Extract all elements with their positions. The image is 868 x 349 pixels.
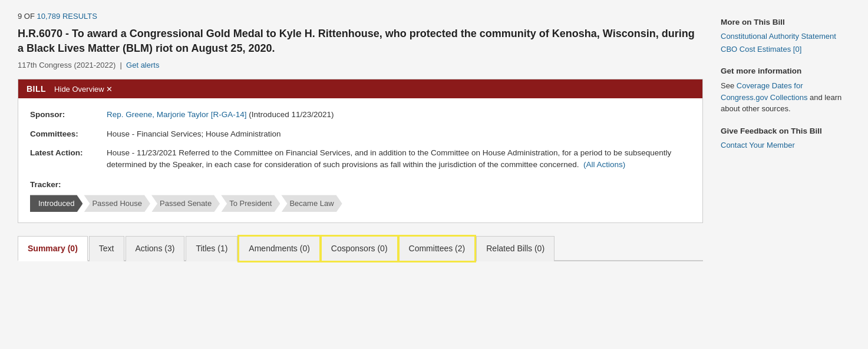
tab-titles[interactable]: Titles (1)	[186, 236, 237, 261]
committees-label: Committees:	[30, 128, 107, 140]
get-more-text: See Coverage Dates for Congress.gov Coll…	[721, 81, 841, 113]
tab-committees[interactable]: Committees (2)	[399, 236, 476, 261]
step-passed-house: Passed House	[84, 195, 151, 212]
constitutional-authority-link[interactable]: Constitutional Authority Statement	[721, 31, 850, 42]
sponsor-value: Rep. Greene, Marjorie Taylor [R-GA-14] (…	[107, 109, 691, 121]
overview-header: BILL Hide Overview ✕	[18, 79, 702, 98]
step-became-law: Became Law	[281, 195, 343, 212]
bill-title: H.R.6070 - To award a Congressional Gold…	[18, 26, 703, 56]
committees-value: House - Financial Services; House Admini…	[107, 128, 691, 140]
overview-box: BILL Hide Overview ✕ Sponsor: Rep. Green…	[18, 79, 703, 223]
tab-related-bills[interactable]: Related Bills (0)	[476, 236, 555, 261]
tab-actions[interactable]: Actions (3)	[126, 236, 185, 261]
step-introduced-box: Introduced	[30, 195, 82, 212]
step-to-president-box: To President	[221, 195, 280, 212]
result-total-link[interactable]: 10,789 RESULTS	[37, 12, 97, 21]
tab-amendments[interactable]: Amendments (0)	[239, 236, 319, 261]
more-on-bill-title: More on This Bill	[721, 18, 850, 26]
step-passed-house-box: Passed House	[84, 195, 150, 212]
congress-label: 117th Congress (2021-2022)	[18, 61, 115, 69]
all-actions-link[interactable]: (All Actions)	[583, 160, 625, 169]
step-introduced: Introduced	[30, 195, 84, 212]
more-on-bill-section: More on This Bill Constitutional Authori…	[721, 18, 850, 55]
sponsor-date: (Introduced 11/23/2021)	[249, 110, 334, 119]
tab-summary[interactable]: Summary (0)	[18, 236, 88, 261]
latest-action-value: House - 11/23/2021 Referred to the Commi…	[107, 147, 691, 171]
feedback-title: Give Feedback on This Bill	[721, 127, 850, 135]
contact-member-link[interactable]: Contact Your Member	[721, 140, 850, 151]
feedback-section: Give Feedback on This Bill Contact Your …	[721, 127, 850, 151]
coverage-dates-link[interactable]: Coverage Dates for Congress.gov Collecti…	[721, 81, 807, 102]
main-content: 9 OF 10,789 RESULTS H.R.6070 - To award …	[18, 12, 703, 261]
get-alerts-link[interactable]: Get alerts	[126, 61, 159, 69]
sponsor-label: Sponsor:	[30, 109, 107, 121]
tracker-steps: Introduced Passed House Passed Senate To…	[30, 195, 691, 212]
sponsor-row: Sponsor: Rep. Greene, Marjorie Taylor [R…	[30, 109, 691, 121]
overview-body: Sponsor: Rep. Greene, Marjorie Taylor [R…	[18, 98, 702, 222]
committees-row: Committees: House - Financial Services; …	[30, 128, 691, 140]
get-more-prefix: See	[721, 81, 734, 90]
cbo-cost-estimates-link[interactable]: CBO Cost Estimates [0]	[721, 44, 850, 55]
result-count: 9 OF 10,789 RESULTS	[18, 12, 703, 21]
tracker-label: Tracker:	[30, 180, 691, 189]
step-to-president: To President	[221, 195, 281, 212]
congress-info: 117th Congress (2021-2022) | Get alerts	[18, 61, 703, 69]
hide-overview-button[interactable]: Hide Overview ✕	[54, 85, 113, 94]
latest-action-row: Latest Action: House - 11/23/2021 Referr…	[30, 147, 691, 171]
step-passed-senate: Passed Senate	[151, 195, 221, 212]
sidebar: More on This Bill Constitutional Authori…	[721, 12, 850, 261]
step-became-law-box: Became Law	[281, 195, 342, 212]
step-passed-senate-box: Passed Senate	[151, 195, 220, 212]
tab-text[interactable]: Text	[89, 236, 124, 261]
bill-label: BILL	[27, 84, 46, 94]
get-more-info-section: Get more information See Coverage Dates …	[721, 67, 850, 115]
tabs-bar: Summary (0) Text Actions (3) Titles (1) …	[18, 235, 703, 261]
get-more-info-title: Get more information	[721, 67, 850, 75]
tracker-section: Tracker: Introduced Passed House Passed …	[30, 180, 691, 212]
latest-action-label: Latest Action:	[30, 147, 107, 171]
tab-cosponsors[interactable]: Cosponsors (0)	[321, 236, 398, 261]
sponsor-link[interactable]: Rep. Greene, Marjorie Taylor [R-GA-14]	[107, 110, 247, 119]
result-current: 9 OF	[18, 12, 35, 21]
